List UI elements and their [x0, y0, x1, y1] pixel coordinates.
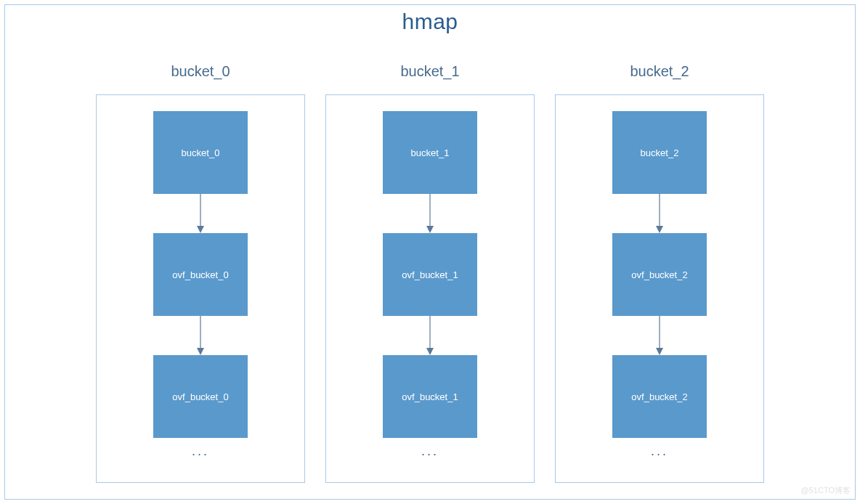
overflow-bucket-node: ovf_bucket_2 — [612, 355, 707, 438]
arrow-down-icon — [659, 316, 660, 355]
ellipsis-label: ... — [651, 444, 668, 459]
bucket-column-2: bucket_2 bucket_2 ovf_bucket_2 ovf_bucke… — [555, 63, 764, 483]
arrow-down-icon — [429, 194, 431, 233]
svg-marker-1 — [197, 226, 204, 233]
bucket-column-1: bucket_1 bucket_1 ovf_bucket_1 ovf_bucke… — [325, 63, 535, 483]
bucket-column-0: bucket_0 bucket_0 ovf_bucket_0 ovf_bucke… — [96, 63, 305, 483]
overflow-bucket-node: ovf_bucket_1 — [383, 355, 477, 438]
bucket-node: bucket_0 — [153, 111, 248, 194]
overflow-bucket-node: ovf_bucket_0 — [153, 233, 248, 316]
bucket-node: bucket_1 — [383, 111, 477, 194]
bucket-column-frame: bucket_1 ovf_bucket_1 ovf_bucket_1 ... — [325, 94, 535, 483]
bucket-column-frame: bucket_2 ovf_bucket_2 ovf_bucket_2 ... — [555, 94, 764, 483]
overflow-bucket-node: ovf_bucket_2 — [612, 233, 707, 316]
arrow-down-icon — [200, 316, 201, 355]
svg-marker-5 — [426, 226, 434, 233]
arrow-down-icon — [659, 194, 660, 233]
ellipsis-label: ... — [192, 444, 209, 459]
svg-marker-11 — [656, 348, 663, 355]
bucket-column-header: bucket_2 — [630, 63, 689, 80]
arrow-down-icon — [200, 194, 201, 233]
hmap-outer-frame: hmap bucket_0 bucket_0 ovf_bucket_0 ovf_… — [4, 4, 856, 500]
watermark-text: @51CTO博客 — [801, 485, 851, 496]
bucket-columns: bucket_0 bucket_0 ovf_bucket_0 ovf_bucke… — [5, 63, 855, 483]
svg-marker-7 — [426, 348, 434, 355]
svg-marker-9 — [656, 226, 663, 233]
bucket-column-header: bucket_1 — [400, 63, 459, 80]
overflow-bucket-node: ovf_bucket_1 — [383, 233, 477, 316]
arrow-down-icon — [429, 316, 431, 355]
ellipsis-label: ... — [421, 444, 439, 459]
svg-marker-3 — [197, 348, 204, 355]
bucket-column-frame: bucket_0 ovf_bucket_0 ovf_bucket_0 ... — [96, 94, 305, 483]
diagram-title: hmap — [5, 9, 855, 34]
bucket-column-header: bucket_0 — [171, 63, 230, 80]
overflow-bucket-node: ovf_bucket_0 — [153, 355, 248, 438]
bucket-node: bucket_2 — [612, 111, 707, 194]
